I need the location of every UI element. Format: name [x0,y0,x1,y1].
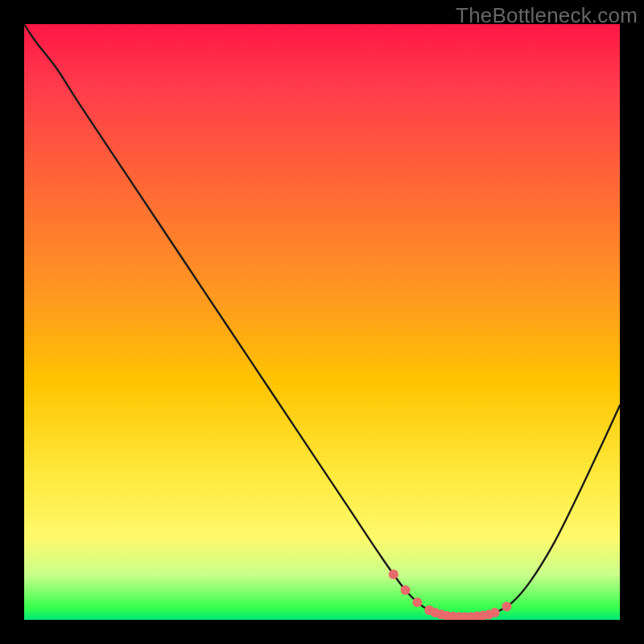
curve-overlay [24,24,620,620]
highlight-dot [490,608,500,617]
watermark-label: TheBottleneck.com [456,3,638,28]
highlight-dot [401,585,411,595]
highlight-dot [412,597,422,607]
bottleneck-curve [24,24,620,617]
chart-container: TheBottleneck.com [0,0,644,644]
highlighted-points [389,570,512,620]
plot-area [24,24,620,620]
highlight-dot [389,570,398,580]
highlight-dot [502,602,511,612]
